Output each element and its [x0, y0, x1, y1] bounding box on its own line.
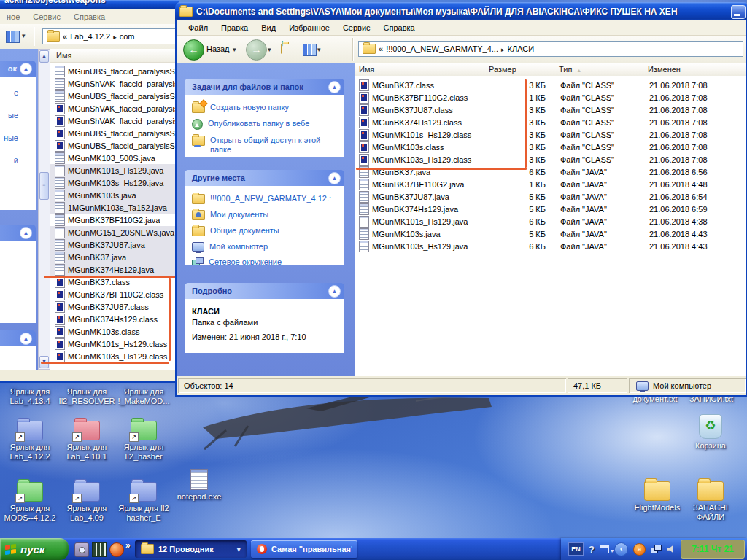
file-row[interactable]: MGunMK103s.java 5 КБ Файл "JAVA" 21.06.2…	[355, 228, 746, 240]
file-row[interactable]: MGunBK37JU87.class	[50, 300, 179, 313]
breadcrumb-current[interactable]: КЛАСИ	[508, 44, 535, 53]
file-row[interactable]: MGunMK103s_Hs129.java	[50, 176, 179, 189]
taskbar-task-button[interactable]: 12 Проводник	[135, 540, 247, 558]
collapse-icon[interactable]	[328, 285, 341, 298]
window-titlebar[interactable]: ackIH2\objects\weapons	[0, 0, 179, 9]
file-row[interactable]: MGunBK374Hs129.class 3 КБ Файл "CLASS" 2…	[355, 116, 746, 128]
panel-header[interactable]: Задачи для файлов и папок	[185, 79, 344, 95]
task-link[interactable]: Открыть общий доступ к этой папке	[185, 133, 344, 157]
file-row[interactable]: MGunShVAK_flaccid_paralysis...	[50, 114, 179, 127]
file-row[interactable]: MGunBK37JU87.java	[50, 238, 179, 251]
network-tray-icon[interactable]	[651, 545, 662, 553]
breadcrumb-current[interactable]: com	[120, 32, 135, 41]
window-titlebar[interactable]: C:\Documents and Settings\VASYA\Мои доку…	[175, 2, 747, 20]
breadcrumb-folder[interactable]: Lab_4.12.2	[70, 32, 110, 41]
file-row[interactable]: MGunUBS_flaccid_paralysisSI...	[50, 139, 179, 152]
desktop-icon[interactable]: Ярлык для Lab_4.09	[58, 478, 115, 523]
panel-header[interactable]	[0, 225, 36, 241]
file-row[interactable]: MGunBK37BF110G2.java 1 КБ Файл "JAVA" 21…	[355, 178, 746, 190]
panel-header[interactable]: ок	[0, 61, 36, 77]
background-explorer-window[interactable]: ackIH2\objects\weapons ноеСервисСправка …	[0, 0, 179, 383]
address-bar[interactable]: Lab_4.12.2 com	[42, 28, 179, 44]
file-row[interactable]: MGunUBS_flaccid_paralysisS....	[50, 127, 179, 139]
breadcrumb-collapse-icon[interactable]	[379, 44, 383, 53]
antivirus-tray-icon[interactable]	[633, 543, 646, 556]
task-link[interactable]: е	[0, 82, 36, 104]
file-row[interactable]: MGunMK103s_Hs129.class 3 КБ Файл "CLASS"…	[355, 153, 746, 166]
language-indicator[interactable]: EN	[568, 542, 584, 556]
breadcrumb-collapse-icon[interactable]	[63, 32, 67, 41]
scroll-up-icon[interactable]	[39, 50, 49, 63]
menu-item[interactable]: Справка	[67, 12, 112, 21]
desktop-icon[interactable]: Ярлык для Il2 hasher_E	[115, 478, 172, 523]
collapse-icon[interactable]	[328, 172, 341, 184]
desktop-icon[interactable]: Ярлык для Lab_4.13.4	[1, 385, 58, 406]
file-row[interactable]: MGunShVAK_flaccid_paralysis...	[50, 102, 179, 114]
desktop-icon[interactable]: ЗАПАСНІ ФАЙЛИ	[682, 478, 739, 522]
file-row[interactable]: MGunMK103s.class 3 КБ Файл "CLASS" 21.06…	[355, 141, 746, 153]
task-link[interactable]: Создать новую папку	[185, 100, 344, 116]
desktop-icon[interactable]: notepad.exe	[171, 469, 228, 502]
desktop-icon[interactable]: Ярлык для Il2_RESOLVER	[58, 385, 115, 406]
file-row[interactable]: 1MGunMK103s_Ta152.java	[50, 201, 179, 214]
explorer-window[interactable]: C:\Documents and Settings\VASYA\Мои доку…	[175, 2, 747, 397]
place-link[interactable]: Мои документы	[185, 207, 344, 223]
desktop-icon[interactable]: FlightModels	[629, 478, 686, 513]
file-row[interactable]: MGunMK101s_Hs129.class 3 КБ Файл "CLASS"…	[355, 128, 746, 141]
file-row[interactable]: MGunBK37JU87.class 3 КБ Файл "CLASS" 21.…	[355, 104, 746, 116]
file-row[interactable]: MGunBK37JU87.java 5 КБ Файл "JAVA" 21.06…	[355, 190, 746, 203]
desktop-icon[interactable]: Корзина	[682, 414, 739, 451]
forward-dropdown-icon[interactable]	[268, 44, 271, 53]
panel-header[interactable]: Другие места	[185, 170, 344, 186]
up-button[interactable]	[281, 44, 282, 54]
desktop-icon[interactable]: Ярлык для MODS--4.12.2	[1, 478, 58, 523]
file-row[interactable]: MGunMK101s_Hs129.class	[50, 338, 179, 350]
views-dropdown-icon[interactable]	[22, 31, 26, 39]
column-header-size[interactable]: Размер	[484, 63, 554, 76]
menu-item[interactable]: Файл	[182, 23, 214, 32]
file-row[interactable]: MGunMK103s.class	[50, 325, 179, 338]
place-link[interactable]: Общие документы	[185, 223, 344, 239]
file-row[interactable]: MGunBK37.java	[50, 251, 179, 263]
views-button[interactable]	[303, 44, 317, 56]
place-link[interactable]: Сетевое окружение	[185, 254, 344, 265]
hide-icons-chevron[interactable]	[614, 542, 628, 556]
task-link[interactable]: Опубликовать папку в вебе	[185, 116, 344, 133]
views-dropdown-icon[interactable]	[317, 44, 321, 53]
desktop-icon[interactable]: Ярлык для Lab_4.10.1	[58, 417, 115, 462]
menu-item[interactable]: Сервис	[336, 23, 377, 32]
task-link[interactable]: й	[0, 149, 36, 172]
scrollbar-thumb[interactable]	[39, 172, 49, 200]
file-row[interactable]: MGunShVAK_flaccid_paralysis...	[50, 77, 179, 90]
menu-item[interactable]: Вид	[255, 23, 282, 32]
breadcrumb-folder[interactable]: !!!000_A_NEW_GARMATY_4...	[386, 44, 498, 53]
address-bar[interactable]: !!!000_A_NEW_GARMATY_4... КЛАСИ	[358, 41, 743, 57]
volume-tray-icon[interactable]	[667, 545, 676, 553]
taskbar-clock[interactable]: 7:11 Чт 21	[681, 540, 745, 559]
menu-item[interactable]: ное	[0, 12, 26, 21]
file-row[interactable]: MGunUBS_flaccid_paralysisS.j...	[50, 90, 179, 102]
back-dropdown-icon[interactable]	[233, 44, 236, 53]
start-button[interactable]: пуск	[0, 538, 69, 560]
file-row[interactable]: MGunMK103_500S.java	[50, 152, 179, 164]
task-link[interactable]: ные	[0, 127, 36, 149]
menu-item[interactable]: Избранное	[282, 23, 336, 32]
file-row[interactable]: MGunBK374Hs129.java 5 КБ Файл "JAVA" 21.…	[355, 203, 746, 215]
panel-header[interactable]: Подробно	[185, 283, 344, 299]
column-header-type[interactable]: Тип	[554, 63, 643, 76]
column-header-name[interactable]: Имя	[50, 49, 179, 63]
quicklaunch-filmstrip-icon[interactable]	[92, 542, 107, 557]
desktop-icon[interactable]: Ярлык для Il2_hasher	[115, 417, 172, 462]
collapse-icon[interactable]	[20, 332, 32, 345]
menu-item[interactable]: Сервис	[26, 12, 67, 21]
file-row[interactable]: MGunMK103s.java	[50, 189, 179, 201]
collapse-icon[interactable]	[20, 227, 32, 239]
collapse-icon[interactable]	[20, 63, 32, 75]
back-button[interactable]	[183, 39, 204, 61]
file-row[interactable]: MGunMK103s_Hs129.java 6 КБ Файл "JAVA" 2…	[355, 240, 746, 252]
desktop-icon[interactable]: Ярлык для !_MakeMOD...	[115, 385, 172, 406]
place-link[interactable]: !!!000_A_NEW_GARMATY_4.12.:	[185, 191, 344, 207]
help-tray-icon[interactable]: ?	[589, 544, 595, 555]
taskbar-task-button[interactable]: Самая "правильная"...	[251, 540, 357, 558]
column-header-name[interactable]: Имя	[355, 63, 484, 76]
